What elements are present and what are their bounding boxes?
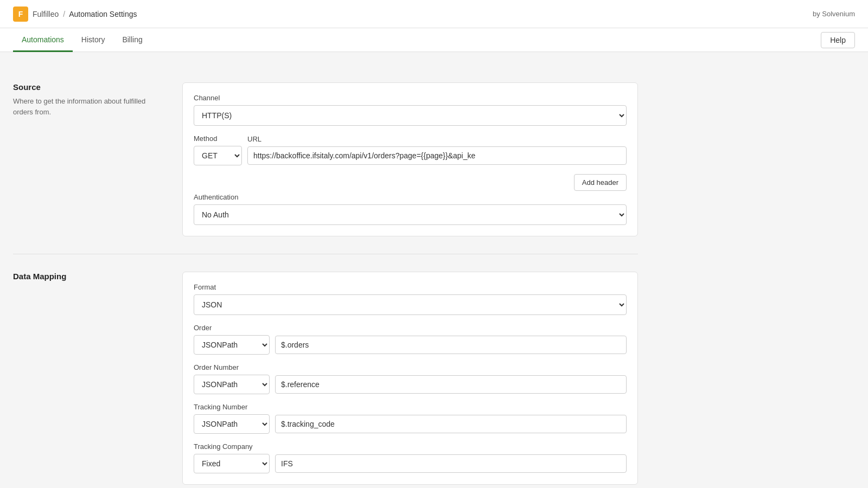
method-url-group: Method GET URL [194,134,627,165]
url-input[interactable] [247,146,627,165]
order-mapping-row: JSONPath [194,335,627,355]
header-by-label: by Solvenium [813,10,855,18]
add-header-button[interactable]: Add header [574,174,627,191]
order-value-input[interactable] [275,336,627,354]
tab-history[interactable]: History [73,29,114,52]
source-section: Source Where to get the information abou… [13,65,638,254]
authentication-field-group: Authentication No Auth [194,193,627,225]
method-select[interactable]: GET [194,146,242,165]
authentication-label: Authentication [194,193,627,201]
header-left: F Fulfilleo / Automation Settings [13,7,137,22]
channel-field-group: Channel HTTP(S) [194,94,627,126]
method-url-row: Method GET URL [194,134,627,165]
nav-tabs: Automations History Billing [13,28,151,52]
source-label-area: Source Where to get the information abou… [13,82,165,236]
format-label: Format [194,283,627,291]
tracking-number-label: Tracking Number [194,403,627,411]
app-logo: F [13,7,28,22]
data-mapping-title: Data Mapping [13,272,165,281]
help-button[interactable]: Help [821,32,855,48]
order-number-field-group: Order Number JSONPath [194,363,627,394]
data-mapping-section: Data Mapping Format JSON Order JSONPath [13,254,638,488]
breadcrumb-page: Automation Settings [69,10,137,18]
nav-bar: Automations History Billing Help [0,28,868,52]
tracking-number-mapping-row: JSONPath [194,414,627,434]
format-field-group: Format JSON [194,283,627,315]
method-label: Method [194,134,242,143]
url-col: URL [247,135,627,165]
tracking-number-method-select[interactable]: JSONPath [194,414,270,434]
method-col: Method GET [194,134,242,165]
order-field-group: Order JSONPath [194,324,627,355]
source-content: Channel HTTP(S) Method GET URL [182,82,638,236]
tracking-company-method-select[interactable]: Fixed [194,454,270,473]
channel-select[interactable]: HTTP(S) [194,105,627,126]
format-select[interactable]: JSON [194,294,627,315]
order-number-label: Order Number [194,363,627,371]
tab-automations[interactable]: Automations [13,29,73,52]
main-content: Source Where to get the information abou… [0,52,651,488]
tracking-number-value-input[interactable] [275,415,627,433]
order-method-select[interactable]: JSONPath [194,335,270,355]
authentication-select[interactable]: No Auth [194,204,627,225]
add-header-row: Add header [194,174,627,191]
order-number-value-input[interactable] [275,375,627,394]
breadcrumb-app: Fulfilleo [33,10,59,18]
tracking-company-label: Tracking Company [194,442,627,451]
order-label: Order [194,324,627,332]
data-mapping-label-area: Data Mapping [13,272,165,485]
tracking-number-field-group: Tracking Number JSONPath [194,403,627,434]
data-mapping-content: Format JSON Order JSONPath Order Number [182,272,638,485]
channel-label: Channel [194,94,627,102]
source-description: Where to get the information about fulfi… [13,96,165,117]
url-label: URL [247,135,627,143]
breadcrumb: Fulfilleo / Automation Settings [33,10,137,18]
order-number-mapping-row: JSONPath [194,375,627,394]
order-number-method-select[interactable]: JSONPath [194,375,270,394]
source-title: Source [13,82,165,92]
tracking-company-value-input[interactable] [275,454,627,473]
tracking-company-field-group: Tracking Company Fixed [194,442,627,473]
breadcrumb-separator: / [63,10,65,18]
tab-billing[interactable]: Billing [113,29,151,52]
app-header: F Fulfilleo / Automation Settings by Sol… [0,0,868,28]
tracking-company-mapping-row: Fixed [194,454,627,473]
